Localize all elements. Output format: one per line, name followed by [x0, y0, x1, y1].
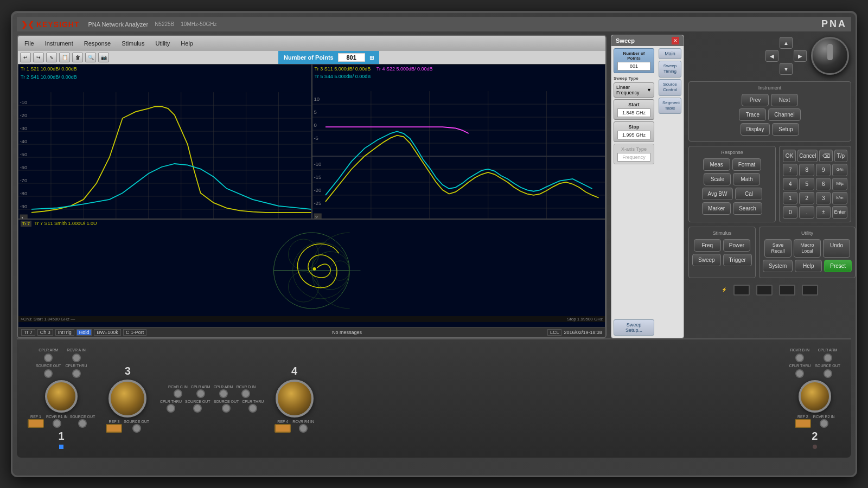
trigger-button[interactable]: Trigger: [723, 254, 752, 266]
sweep-source-button[interactable]: SourceControl: [659, 79, 681, 96]
key-8[interactable]: 8: [799, 164, 814, 176]
key-1[interactable]: 1: [783, 192, 798, 204]
ref3-connector[interactable]: [106, 424, 122, 433]
mini-conn-source-out-1[interactable]: [44, 369, 53, 378]
cal-button[interactable]: Cal: [735, 188, 762, 200]
toolbar-copy[interactable]: 📋: [59, 53, 70, 62]
key-tp[interactable]: T/p: [834, 150, 847, 162]
rf-port-4-connector[interactable]: [276, 380, 314, 418]
trace-button[interactable]: Trace: [739, 108, 766, 121]
mini-conn-rcvr-a[interactable]: [72, 354, 81, 362]
menu-help[interactable]: Help: [178, 39, 195, 48]
key-7[interactable]: 7: [783, 164, 798, 176]
next-button[interactable]: Next: [771, 94, 798, 106]
rcvr-d-conn[interactable]: [241, 389, 250, 398]
display-button[interactable]: Display: [741, 123, 770, 136]
key-ok[interactable]: OK: [783, 150, 796, 162]
usb-port-3[interactable]: [779, 285, 795, 296]
key-plusminus[interactable]: ±: [816, 206, 831, 219]
sweep-timing-button[interactable]: SweepTiming: [659, 61, 681, 78]
math-button[interactable]: Math: [733, 173, 760, 185]
format-button[interactable]: Format: [732, 158, 762, 171]
source-out-d-conn[interactable]: [222, 404, 231, 413]
sweep-segment-button[interactable]: SegmentTable: [659, 98, 681, 114]
save-recall-button[interactable]: SaveRecall: [764, 239, 792, 258]
rf-port-1-connector[interactable]: [45, 380, 78, 413]
sweep-nop-value[interactable]: 801: [617, 62, 650, 70]
menu-stimulus[interactable]: Stimulus: [119, 39, 146, 48]
source-out-2-conn[interactable]: [824, 369, 832, 378]
cplr-arm-c-conn[interactable]: [196, 389, 205, 398]
mini-conn-cplr-arm-1[interactable]: [44, 354, 53, 362]
key-km[interactable]: k/m: [832, 192, 847, 204]
cplr-thru-d-conn[interactable]: [248, 404, 257, 413]
menu-response[interactable]: Response: [82, 39, 113, 48]
key-mu[interactable]: M/µ: [832, 178, 847, 190]
mini-conn-cplr-thru-1[interactable]: [72, 369, 81, 378]
nop-grid-icon[interactable]: ⊞: [369, 55, 374, 61]
avgbw-button[interactable]: Avg BW: [702, 188, 733, 200]
setup-button[interactable]: Setup: [772, 123, 799, 136]
key-enter[interactable]: Enter: [832, 206, 847, 219]
usb-port-4[interactable]: [802, 285, 818, 296]
system-button[interactable]: System: [763, 260, 793, 272]
nav-right-arrow[interactable]: ▶: [794, 50, 807, 62]
key-cancel[interactable]: Cancel: [797, 150, 818, 162]
cplr-arm-2-conn[interactable]: [824, 354, 832, 362]
power-button[interactable]: Power: [723, 239, 750, 252]
toolbar-camera[interactable]: 📷: [98, 53, 109, 62]
help-button[interactable]: Help: [795, 260, 822, 272]
cplr-thru-2-conn[interactable]: [795, 369, 804, 378]
source-out-3-conn[interactable]: [132, 424, 141, 433]
macro-local-button[interactable]: MacroLocal: [794, 239, 821, 258]
rcvr-r1-conn[interactable]: [53, 419, 61, 428]
toolbar-wave[interactable]: ∿: [46, 53, 57, 62]
ref1-connector[interactable]: [28, 419, 44, 428]
toolbar-redo[interactable]: ↪: [33, 53, 44, 62]
sweep-stop-button[interactable]: Stop 1.995 GHz: [614, 121, 654, 142]
sweep-stop-value[interactable]: 1.995 GHz: [617, 131, 650, 139]
toolbar-undo[interactable]: ↩: [20, 53, 31, 62]
rcvr-b-conn[interactable]: [795, 354, 804, 362]
nop-input[interactable]: [338, 53, 365, 62]
key-5[interactable]: 5: [799, 178, 814, 190]
ref2-connector[interactable]: [795, 419, 811, 428]
sweep-button[interactable]: Sweep: [692, 254, 721, 266]
rf-port-3-connector[interactable]: [108, 380, 146, 418]
main-knob[interactable]: [811, 37, 849, 75]
sweep-start-button[interactable]: Start 1.845 GHz: [614, 99, 654, 120]
key-6[interactable]: 6: [816, 178, 831, 190]
key-4[interactable]: 4: [783, 178, 798, 190]
menu-utility[interactable]: Utility: [153, 39, 172, 48]
key-9[interactable]: 9: [816, 164, 831, 176]
nav-left-arrow[interactable]: ◀: [765, 50, 778, 62]
sweep-main-button[interactable]: Main: [659, 48, 681, 59]
rcvr-r2-conn[interactable]: [820, 419, 828, 428]
key-2[interactable]: 2: [799, 192, 814, 204]
meas-button[interactable]: Meas: [703, 158, 730, 171]
ref4-connector[interactable]: [275, 424, 291, 433]
key-gn[interactable]: G/n: [832, 164, 847, 176]
sweep-nop-button[interactable]: Number of Points 801: [614, 48, 654, 73]
marker-button[interactable]: Marker: [702, 202, 731, 215]
source-out-1b-conn[interactable]: [78, 419, 87, 428]
sweep-setup-button[interactable]: Sweep Setup...: [614, 319, 654, 336]
key-backspace[interactable]: ⌫: [819, 150, 832, 162]
sweep-type-dropdown[interactable]: Linear Frequency ▼: [614, 82, 654, 98]
rcvr-c-conn[interactable]: [174, 389, 182, 398]
usb-port-2[interactable]: [756, 285, 773, 296]
toolbar-delete[interactable]: 🗑: [72, 53, 83, 62]
preset-button[interactable]: Preset: [824, 260, 852, 272]
rf-port-2-connector[interactable]: [799, 380, 831, 413]
toolbar-zoom[interactable]: 🔍: [85, 53, 96, 62]
nav-up-arrow[interactable]: ▲: [780, 37, 793, 49]
search-button[interactable]: Search: [733, 202, 762, 215]
menu-instrument[interactable]: Instrument: [43, 39, 75, 48]
source-out-c-conn[interactable]: [193, 404, 202, 413]
cplr-thru-c-conn[interactable]: [167, 404, 175, 413]
cplr-arm-d-conn[interactable]: [219, 389, 228, 398]
channel-button[interactable]: Channel: [768, 108, 800, 121]
menu-file[interactable]: File: [22, 39, 36, 48]
rcvr-r4-conn[interactable]: [299, 424, 308, 433]
sweep-start-value[interactable]: 1.845 GHz: [617, 108, 650, 117]
